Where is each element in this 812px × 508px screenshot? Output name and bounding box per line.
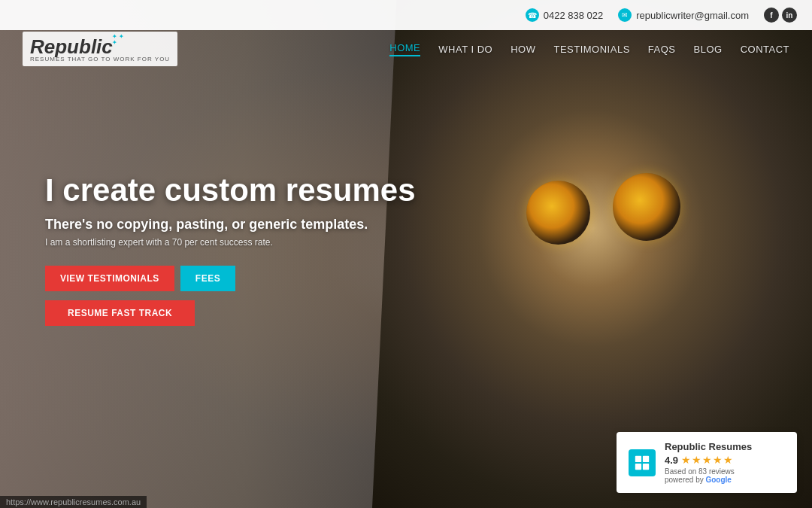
logo[interactable]: Republic ✦ ✦✦ RESUMES THAT GO TO WORK FO… xyxy=(23,32,177,66)
email-address: republicwriter@gmail.com xyxy=(636,10,749,21)
owl-face xyxy=(466,75,752,414)
resume-fast-track-button[interactable]: RESUME FAST TRACK xyxy=(45,300,195,326)
owl-eye-right xyxy=(613,173,680,241)
svg-rect-1 xyxy=(643,455,649,461)
review-logo-icon xyxy=(629,449,656,476)
review-score: 4.9 xyxy=(665,455,678,466)
phone-link[interactable]: ☎ 0422 838 022 xyxy=(526,8,604,22)
svg-rect-3 xyxy=(643,463,649,469)
social-icons: f in xyxy=(764,8,797,23)
star-4: ★ xyxy=(713,454,723,466)
logo-stars: ✦ ✦✦ xyxy=(112,34,124,46)
nav-how[interactable]: HOW xyxy=(511,44,535,55)
hero-subtitle: There's no copying, pasting, or generic … xyxy=(45,217,416,233)
top-bar: ☎ 0422 838 022 ✉ republicwriter@gmail.co… xyxy=(0,0,812,30)
nav-what-i-do[interactable]: WHAT I DO xyxy=(438,44,492,55)
star-rating: ★ ★ ★ ★ ★ xyxy=(681,454,733,466)
star-2: ★ xyxy=(692,454,701,466)
star-1: ★ xyxy=(681,454,691,466)
email-link[interactable]: ✉ republicwriter@gmail.com xyxy=(618,8,749,22)
nav-blog[interactable]: BLOG xyxy=(694,44,723,55)
nav-links: HOME WHAT I DO HOW TESTIMONIALS FAQS BLO… xyxy=(389,42,789,56)
button-row-2: RESUME FAST TRACK xyxy=(45,300,416,326)
review-company-name: Republic Resumes xyxy=(665,441,785,452)
nav-testimonials[interactable]: TESTIMONIALS xyxy=(553,44,629,55)
linkedin-icon[interactable]: in xyxy=(782,8,797,23)
url-bar: https://www.republicresumes.com.au xyxy=(0,496,147,508)
review-rating-row: 4.9 ★ ★ ★ ★ ★ xyxy=(665,454,785,466)
nav-contact[interactable]: CONTACT xyxy=(741,44,789,55)
fees-button[interactable]: FEES xyxy=(180,266,235,291)
hero-title: I create custom resumes xyxy=(45,173,416,208)
phone-icon: ☎ xyxy=(526,8,539,22)
logo-text: Republic xyxy=(30,35,113,58)
button-row-1: VIEW TESTIMONIALS FEES xyxy=(45,266,416,291)
svg-rect-0 xyxy=(635,455,641,461)
star-3: ★ xyxy=(702,454,712,466)
google-label: Google xyxy=(705,476,731,484)
phone-number: 0422 838 022 xyxy=(544,10,604,21)
owl-eye-left xyxy=(526,181,590,245)
hero-description: I am a shortlisting expert with a 70 per… xyxy=(45,237,416,248)
star-half: ★ xyxy=(723,454,733,466)
svg-rect-2 xyxy=(635,463,641,469)
url-text: https://www.republicresumes.com.au xyxy=(6,497,141,506)
review-powered-by: powered by Google xyxy=(665,476,785,484)
facebook-icon[interactable]: f xyxy=(764,8,779,23)
navbar: Republic ✦ ✦✦ RESUMES THAT GO TO WORK FO… xyxy=(0,30,812,68)
nav-faqs[interactable]: FAQS xyxy=(648,44,676,55)
review-widget: Republic Resumes 4.9 ★ ★ ★ ★ ★ Based on … xyxy=(617,432,797,493)
view-testimonials-button[interactable]: VIEW TESTIMONIALS xyxy=(45,266,174,291)
review-based-on: Based on 83 reviews xyxy=(665,467,785,476)
email-icon: ✉ xyxy=(618,8,632,22)
nav-home[interactable]: HOME xyxy=(389,42,420,56)
hero-content: I create custom resumes There's no copyi… xyxy=(45,173,416,326)
review-content: Republic Resumes 4.9 ★ ★ ★ ★ ★ Based on … xyxy=(665,441,785,484)
